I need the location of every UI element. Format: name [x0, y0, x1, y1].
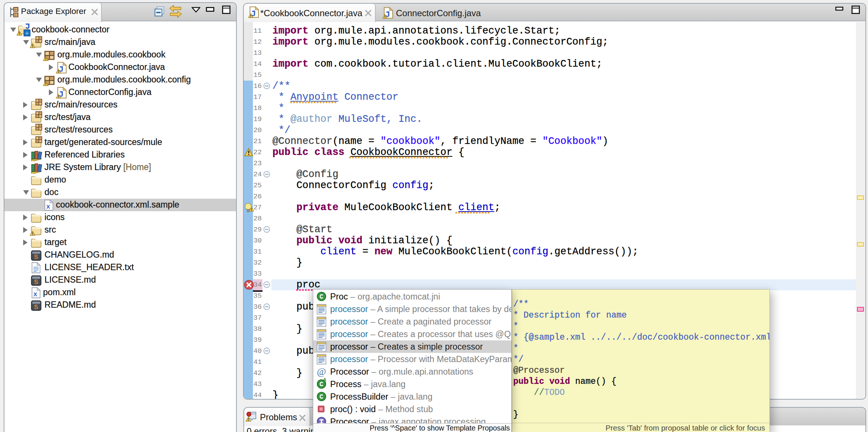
svg-text:S: S: [34, 304, 38, 311]
svg-text:S: S: [34, 279, 38, 286]
svg-text:X: X: [46, 203, 50, 210]
svg-text:@: @: [317, 367, 326, 377]
svg-text:A: A: [323, 377, 326, 382]
svg-text:X: X: [33, 291, 37, 297]
svg-text:S: S: [34, 254, 38, 261]
